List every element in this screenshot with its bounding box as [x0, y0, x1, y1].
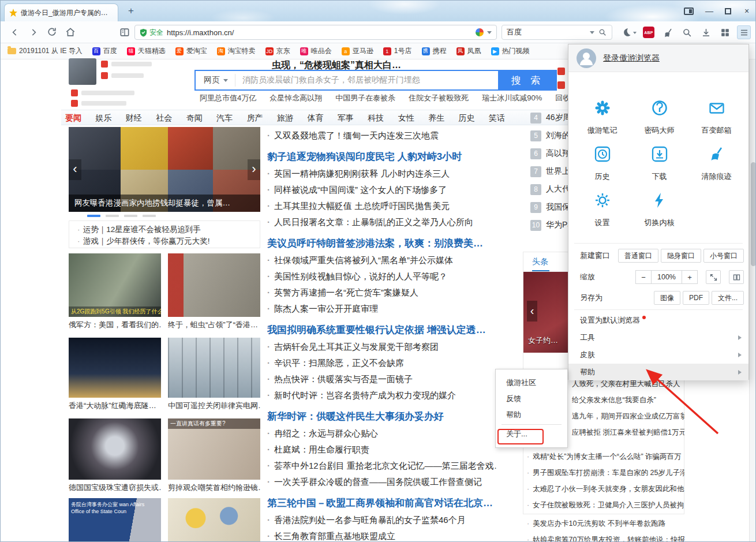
night-mode-dropdown-icon[interactable] [633, 32, 637, 34]
headline-link[interactable]: 辛识平：扫黑除恶，正义不会缺席 [267, 355, 497, 371]
incognito-window-button[interactable]: 隐身窗口 [661, 249, 701, 263]
toutiao-prev-button[interactable]: ‹ [527, 301, 537, 322]
refresh-button[interactable] [46, 26, 58, 39]
news-list-item[interactable]: 应聘被拒 浙江喜来登被判赔偿1万元 [572, 424, 684, 440]
news-tab[interactable]: 养生 [428, 113, 444, 124]
bookmark-item[interactable]: a亚马逊 [342, 46, 373, 56]
zoom-in-button[interactable]: + [682, 270, 698, 284]
menu-app-mail[interactable]: 百变邮箱 [688, 93, 745, 139]
news-list-item[interactable]: 男子围观坠车打捞崩溃：车是自家的 25岁儿子溺亡 [527, 465, 684, 481]
hot-link[interactable]: 阿里总市值4万亿 [200, 93, 256, 103]
save-file-button[interactable]: 文件... [712, 291, 744, 305]
news-carousel[interactable]: 网友曝香港漫画家内地捞钱却挺暴徒，曾属… ‹ › [69, 127, 260, 212]
tab-toutiao[interactable]: 头条 [532, 252, 548, 271]
menu-app-notes[interactable]: 傲游笔记 [574, 93, 631, 139]
headline-link[interactable]: 美议员呼吁特朗普签涉港法案，耿爽：别浪费美… [267, 235, 497, 252]
news-list-item[interactable]: 姑娘卖房筹70万给男友投资，转账前他说：快报警 [527, 532, 684, 542]
bookmark-item[interactable]: 爱爱淘宝 [175, 46, 207, 56]
search-engine-label[interactable]: 百度 [507, 27, 586, 38]
menu-app-downloads[interactable]: 下载 [631, 139, 688, 185]
news-list-item[interactable]: 逃九年，期间开四家企业成亿万富翁 [572, 408, 684, 424]
new-tab-button[interactable]: + [124, 5, 138, 17]
headline-link[interactable]: 豹子追逐宠物狗误闯印度民宅 人豹对峙3小时 [267, 148, 497, 166]
bookmark-item[interactable]: 携携程 [422, 46, 447, 56]
submenu-community[interactable]: 傲游社区 [496, 375, 567, 391]
news-list-item[interactable]: 戏精“处长”为博女主播一个“么么哒” 诈骗两百万 [527, 448, 684, 465]
reader-mode-icon[interactable] [118, 26, 131, 39]
headline-link[interactable]: 社保领域严重失信将被列入“黑名单”并公示媒体 [267, 252, 497, 268]
main-menu-button[interactable] [737, 25, 751, 39]
headline-link[interactable]: 人民日报署名文章：止暴制乱的正义之举乃人心所向 [267, 214, 497, 230]
headline-link[interactable]: 荟萃中外12台剧目 重拾老北京文化记忆——第三届老舍戏… [267, 458, 497, 474]
submenu-help[interactable]: 帮助 [496, 407, 567, 423]
news-photo-card[interactable]: 一直讲真话有多重要? 剪掉观众嘲笑首相约翰逊镜… [168, 418, 260, 494]
maximize-button[interactable] [725, 8, 731, 14]
portal-search-button[interactable]: 搜 索 [498, 70, 557, 91]
news-tab[interactable]: 娱乐 [95, 113, 111, 124]
news-photo-card[interactable]: 从2G跟跑到5G引领 我们经历了什么 俄军方：美国，看看我们的… [69, 253, 161, 331]
news-tab[interactable]: 体育 [307, 113, 323, 124]
menu-app-clear-traces[interactable]: 清除痕迹 [688, 139, 745, 185]
headline-link[interactable]: 第三轮中国－欧盟工商界领袖和前高官对话在北京… [267, 495, 497, 512]
search-engine-dropdown-icon[interactable] [590, 31, 594, 34]
headline-link[interactable]: 陈杰人案一审公开开庭审理 [267, 301, 497, 317]
pagination-dash[interactable] [106, 215, 119, 217]
minimize-button[interactable]: — [705, 7, 713, 15]
headline-link[interactable]: 同样被说成“中国间谍” 这个女人的下场惨多了 [267, 182, 497, 198]
login-link[interactable]: 登录傲游浏览器 [603, 53, 660, 63]
news-photo-card[interactable]: 终于，蛆虫“占领”了“香港… [168, 253, 260, 331]
tile-windows-button[interactable] [729, 270, 744, 284]
hot-link[interactable]: 中国男子在泰被杀 [335, 93, 395, 103]
bookmark-item[interactable]: 猫天猫精选 [127, 46, 166, 56]
photo-caption[interactable]: 中国可遥控关闭菲律宾电网… [168, 400, 260, 412]
pagination-dash[interactable] [87, 215, 100, 217]
hot-link[interactable]: 瑞士冰川或减90% [482, 93, 542, 103]
news-tab[interactable]: 财经 [126, 113, 142, 124]
bookmark-item[interactable]: 凤凤凰 [456, 46, 481, 56]
news-tab[interactable]: 军事 [338, 113, 354, 124]
menu-app-switch-core[interactable]: 切换内核 [631, 185, 688, 231]
set-default-browser-item[interactable]: 设置为默认浏览器 [568, 312, 748, 329]
headline-link[interactable]: 杜庭斌：用生命履行职责 [267, 442, 497, 458]
carousel-prev-button[interactable]: ‹ [69, 159, 81, 180]
news-tab[interactable]: 历史 [458, 113, 474, 124]
headline-link[interactable]: 新华时评：供暖这件民生大事须办妥办好 [267, 408, 497, 425]
headline-link[interactable]: 新时代时评：岂容名贵特产成为权力变现的媒介 [267, 387, 497, 403]
search-category-dropdown[interactable]: 网页 [196, 74, 235, 87]
bookmark-item[interactable]: 百百度 [92, 46, 117, 56]
small-window-button[interactable]: 小号窗口 [703, 249, 744, 263]
headline-link[interactable]: 香港法院判处一名参与旺角暴乱的女子监禁46个月 [267, 512, 497, 528]
browser-tab[interactable]: 傲游今日_傲游用户专属的… [4, 3, 118, 21]
photo-caption[interactable]: 终于，蛆虫“占领”了“香港… [168, 319, 260, 331]
news-list-item[interactable]: 太难忍了小伙一到冬天就变身，女朋友因此和他分手 [527, 481, 684, 497]
news-list-item[interactable]: 给父亲发来信息“我要自杀” [572, 392, 684, 408]
headline-link[interactable]: 我国拟明确系统重要性银行认定依据 增强认定透… [267, 322, 497, 339]
home-button[interactable] [64, 26, 77, 39]
bookmark-item[interactable]: JD京东 [265, 46, 290, 56]
news-tab[interactable]: 汽车 [216, 113, 233, 124]
menu-app-history[interactable]: 历史 [574, 139, 631, 185]
bookmark-item[interactable]: 淘淘宝特卖 [217, 46, 256, 56]
tools-item[interactable]: 工具 [568, 329, 748, 346]
photo-caption[interactable]: 香港“大动脉”红磡海底隧… [69, 400, 161, 412]
toolbar-search-box[interactable]: 百度 [501, 25, 612, 40]
bookmark-item[interactable]: 唯唯品会 [300, 46, 332, 56]
news-photo-card[interactable]: 务院台湾事务办公室 wan Affairs Office of the Stat… [69, 498, 161, 542]
save-pdf-button[interactable]: PDF [683, 291, 709, 305]
resource-sniffer-icon[interactable] [680, 25, 694, 39]
promo-link[interactable]: 游戏｜少年群侠传，等你赢万元大奖! [77, 236, 260, 247]
headline-link[interactable]: 吉炳轩会见土耳其正义与发展党干部考察团 [267, 339, 497, 355]
headline-link[interactable]: 一次关乎群众冷暖的督查——国务院供暖工作督查侧记 [267, 474, 497, 490]
hot-link[interactable]: 住院女子被殴致死 [409, 93, 469, 103]
maxthon-share-icon[interactable] [476, 28, 484, 36]
menu-app-password-master[interactable]: 密码大师 [631, 93, 688, 139]
headline-link[interactable]: 英警方再逮捕一名“死亡货车”案嫌疑人 [267, 285, 497, 301]
bookmark-item[interactable]: ▶热门视频 [491, 46, 530, 56]
news-photo-card[interactable]: 香港“大动脉”红磡海底隧… [69, 338, 161, 412]
photo-caption[interactable]: 俄军方：美国，看看我们的… [69, 319, 161, 331]
save-image-button[interactable]: 图像 [654, 291, 680, 305]
night-mode-icon[interactable] [619, 25, 633, 39]
pagination-dash[interactable] [124, 215, 137, 217]
news-photo-card[interactable]: 德国国宝级珠宝遭窃损失或… [69, 418, 161, 494]
boss-key-icon[interactable] [684, 8, 694, 15]
